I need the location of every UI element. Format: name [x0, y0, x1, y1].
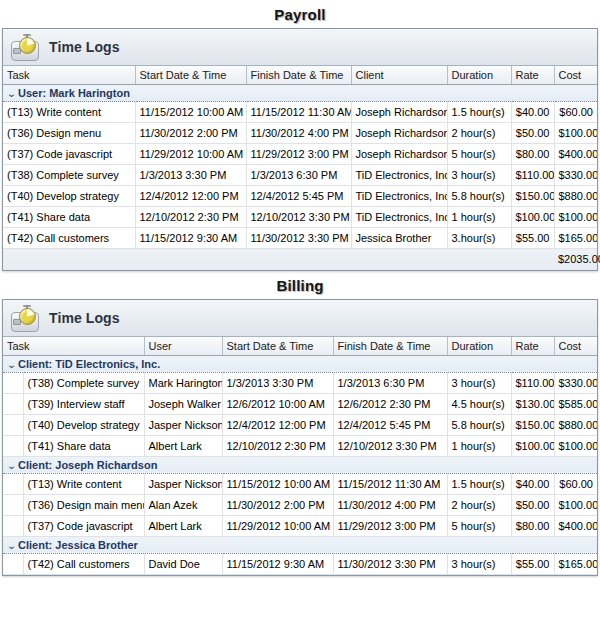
table-row[interactable]: (T40) Develop strategy Jasper Nickson 12…: [3, 414, 597, 435]
cell-rate: $110.00: [511, 372, 554, 393]
table-row[interactable]: (T13) Write content 11/15/2012 10:00 AM …: [3, 102, 597, 123]
cell-rate: $50.00: [511, 123, 554, 144]
grid-header-row: Task User Start Date & Time Finish Date …: [3, 337, 597, 356]
cell-cost: $880.00: [554, 186, 597, 207]
column-header-start-date[interactable]: Start Date & Time: [135, 66, 246, 85]
row-indent: [3, 553, 23, 574]
table-row[interactable]: (T39) Interview staff Joseph Walker 12/6…: [3, 393, 597, 414]
column-header-cost[interactable]: Cost: [554, 66, 597, 85]
row-indent: [3, 515, 23, 536]
group-header-row[interactable]: ⌄Client: Jessica Brother: [3, 536, 597, 553]
panel-header: Time Logs: [3, 29, 597, 66]
column-header-duration[interactable]: Duration: [447, 337, 511, 356]
cell-cost: $165.00: [554, 228, 597, 249]
row-indent: [3, 494, 23, 515]
cell-finish: 11/15/2012 11:30 AM: [246, 102, 351, 123]
chevron-down-icon[interactable]: ⌄: [3, 88, 19, 99]
cell-cost: $165.00: [554, 553, 597, 574]
cell-task: (T13) Write content: [23, 473, 144, 494]
cell-finish: 11/30/2012 3:30 PM: [246, 228, 351, 249]
table-row[interactable]: (T38) Complete survey 1/3/2013 3:30 PM 1…: [3, 165, 597, 186]
group-header-cell[interactable]: ⌄Client: Jessica Brother: [3, 536, 597, 553]
stopwatch-icon: [11, 305, 39, 331]
cell-client: TiD Electronics, Inc: [351, 207, 447, 228]
group-header-row[interactable]: ⌄Client: Joseph Richardson: [3, 456, 597, 473]
row-indent: [3, 435, 23, 456]
cell-finish: 11/30/2012 3:30 PM: [333, 553, 447, 574]
column-header-client[interactable]: Client: [351, 66, 447, 85]
cell-client: Joseph Richardson: [351, 144, 447, 165]
cell-task: (T39) Interview staff: [23, 393, 144, 414]
cell-cost: $400.00: [554, 144, 597, 165]
cell-start: 1/3/2013 3:30 PM: [135, 165, 246, 186]
table-row[interactable]: (T42) Call customers David Doe 11/15/201…: [3, 553, 597, 574]
cell-task: (T41) Share data: [3, 207, 135, 228]
cell-finish: 1/3/2013 6:30 PM: [333, 372, 447, 393]
cell-rate: $100.00: [511, 207, 554, 228]
column-header-rate[interactable]: Rate: [511, 66, 554, 85]
table-row[interactable]: (T37) Code javascript 11/29/2012 10:00 A…: [3, 144, 597, 165]
cell-rate: $110.00: [511, 165, 554, 186]
cell-duration: 2 hour(s): [447, 123, 511, 144]
table-row[interactable]: (T41) Share data 12/10/2012 2:30 PM 12/1…: [3, 207, 597, 228]
table-row[interactable]: (T41) Share data Albert Lark 12/10/2012 …: [3, 435, 597, 456]
cell-user: Alan Azek: [144, 494, 222, 515]
chevron-down-icon[interactable]: ⌄: [3, 460, 19, 471]
chevron-down-icon[interactable]: ⌄: [3, 540, 19, 551]
column-header-finish-date[interactable]: Finish Date & Time: [333, 337, 447, 356]
cell-rate: $40.00: [511, 473, 554, 494]
panel-header: Time Logs: [3, 300, 597, 337]
cell-cost: $60.00: [554, 473, 597, 494]
group-label: Client: TiD Electronics, Inc.: [18, 358, 160, 370]
table-row[interactable]: (T37) Code javascript Albert Lark 11/29/…: [3, 515, 597, 536]
cell-cost: $880.00: [554, 414, 597, 435]
group-header-row[interactable]: ⌄Client: TiD Electronics, Inc.: [3, 355, 597, 372]
row-indent: [3, 473, 23, 494]
group-header-row[interactable]: ⌄User: Mark Harington: [3, 85, 597, 102]
group-label: Client: Joseph Richardson: [18, 459, 157, 471]
cell-finish: 11/15/2012 11:30 AM: [333, 473, 447, 494]
section-payroll: Payroll Time Logs T: [0, 0, 600, 271]
cell-user: Jasper Nickson: [144, 473, 222, 494]
cell-rate: $150.00: [511, 186, 554, 207]
column-header-start-date[interactable]: Start Date & Time: [222, 337, 333, 356]
column-header-cost[interactable]: Cost: [554, 337, 597, 356]
group-header-cell[interactable]: ⌄Client: Joseph Richardson: [3, 456, 597, 473]
cell-start: 12/10/2012 2:30 PM: [222, 435, 333, 456]
column-header-task[interactable]: Task: [3, 337, 144, 356]
column-header-duration[interactable]: Duration: [447, 66, 511, 85]
cell-start: 12/4/2012 12:00 PM: [135, 186, 246, 207]
cell-user: Albert Lark: [144, 515, 222, 536]
cell-user: Mark Harington: [144, 372, 222, 393]
table-row[interactable]: (T36) Design main menu Alan Azek 11/30/2…: [3, 494, 597, 515]
table-row[interactable]: (T36) Design menu 11/30/2012 2:00 PM 11/…: [3, 123, 597, 144]
footer-spacer: [3, 249, 554, 270]
row-indent: [3, 372, 23, 393]
cell-duration: 4.5 hour(s): [447, 393, 511, 414]
cell-rate: $50.00: [511, 494, 554, 515]
table-row[interactable]: (T13) Write content Jasper Nickson 11/15…: [3, 473, 597, 494]
column-header-rate[interactable]: Rate: [511, 337, 554, 356]
cell-duration: 3 hour(s): [447, 165, 511, 186]
group-label: User: Mark Harington: [18, 87, 130, 99]
cell-client: Jessica Brother: [351, 228, 447, 249]
chevron-down-icon[interactable]: ⌄: [3, 359, 19, 370]
cell-task: (T37) Code javascript: [23, 515, 144, 536]
group-header-cell[interactable]: ⌄User: Mark Harington: [3, 85, 597, 102]
cell-finish: 12/4/2012 5:45 PM: [333, 414, 447, 435]
table-row[interactable]: (T40) Develop strategy 12/4/2012 12:00 P…: [3, 186, 597, 207]
cell-rate: $55.00: [511, 553, 554, 574]
cell-task: (T38) Complete survey: [3, 165, 135, 186]
stopwatch-dial: [19, 308, 36, 325]
column-header-task[interactable]: Task: [3, 66, 135, 85]
cell-start: 11/15/2012 10:00 AM: [222, 473, 333, 494]
column-header-finish-date[interactable]: Finish Date & Time: [246, 66, 351, 85]
cell-start: 12/6/2012 10:00 AM: [222, 393, 333, 414]
cell-cost: $100.00: [554, 435, 597, 456]
cell-task: (T42) Call customers: [3, 228, 135, 249]
group-header-cell[interactable]: ⌄Client: TiD Electronics, Inc.: [3, 355, 597, 372]
table-row[interactable]: (T38) Complete survey Mark Harington 1/3…: [3, 372, 597, 393]
table-row[interactable]: (T42) Call customers 11/15/2012 9:30 AM …: [3, 228, 597, 249]
column-header-user[interactable]: User: [144, 337, 222, 356]
cell-user: Albert Lark: [144, 435, 222, 456]
